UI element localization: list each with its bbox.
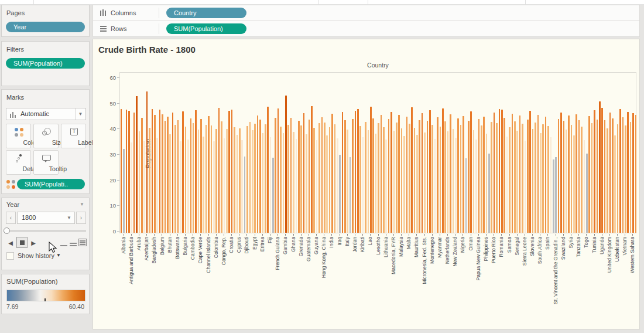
bar[interactable] [542,124,544,233]
bar[interactable] [388,119,390,233]
bar[interactable] [434,139,436,233]
bar[interactable] [632,113,634,233]
x-tick-label[interactable]: Azerbaijan [143,237,150,331]
bar[interactable] [275,118,276,233]
step-backward-button[interactable]: ◀ [6,238,15,248]
bar[interactable] [609,113,611,233]
bar[interactable] [254,124,256,233]
bar[interactable] [143,141,145,233]
bar[interactable] [385,140,387,233]
bar[interactable] [257,115,259,233]
x-tick-label[interactable]: Gambia [282,237,289,331]
bar[interactable] [141,118,143,233]
bar[interactable] [424,132,426,233]
bar[interactable] [239,128,241,233]
bar[interactable] [393,131,395,233]
bar[interactable] [347,130,348,233]
x-tick-label[interactable]: Eritrea [259,237,266,331]
bar[interactable] [481,125,482,233]
x-tick-label[interactable]: Myanmar [436,237,444,331]
bar[interactable] [324,123,326,233]
bar[interactable] [221,121,222,233]
bar[interactable] [365,122,366,233]
bar[interactable] [262,133,264,233]
bar[interactable] [635,115,637,233]
bar[interactable] [599,101,601,233]
bar[interactable] [597,120,598,233]
x-tick-label[interactable]: Uganda [598,237,606,331]
x-tick-label[interactable]: Egypt [251,237,259,331]
chevron-down-icon[interactable]: ▼ [64,212,74,223]
bar[interactable] [506,137,508,233]
bar[interactable] [156,138,158,233]
bar[interactable] [509,127,511,233]
chevron-down-icon[interactable]: ▼ [75,108,85,120]
bar[interactable] [352,119,354,233]
bar[interactable] [152,109,153,233]
bar[interactable] [622,117,624,233]
x-tick-label[interactable]: Fiji [266,237,274,331]
bar[interactable] [403,136,405,233]
bar[interactable] [133,113,135,233]
bar[interactable] [121,109,122,233]
x-tick-label[interactable]: Samoa [506,237,513,331]
x-tick-label[interactable]: Jordan [351,237,359,331]
x-tick-label[interactable]: Italy [344,237,351,331]
x-tick-label[interactable]: Ghana [290,237,297,331]
bar[interactable] [159,110,161,233]
bar[interactable] [331,114,333,233]
x-tick-label[interactable]: Lao [366,237,374,331]
stop-button[interactable] [16,237,28,248]
bar[interactable] [174,125,176,233]
x-tick-label[interactable]: Senegal [513,237,521,331]
bar[interactable] [440,127,441,233]
bar[interactable] [211,125,213,233]
bar[interactable] [177,120,179,233]
x-tick-label[interactable]: Bangladesh [150,237,158,331]
bar[interactable] [162,114,163,233]
x-tick-label[interactable]: Bulgaria [181,237,189,331]
bar[interactable] [390,112,392,233]
bar[interactable] [625,125,626,233]
x-tick-label[interactable]: India [328,237,335,331]
bar[interactable] [165,121,166,233]
bar[interactable] [406,117,408,233]
bar[interactable] [359,126,361,233]
bar[interactable] [617,124,619,233]
bar[interactable] [313,128,315,233]
bar[interactable] [287,125,289,233]
bar[interactable] [537,115,539,233]
bar[interactable] [357,109,359,233]
x-tick-label[interactable]: Philippines [482,237,490,331]
bar[interactable] [182,111,184,233]
bar[interactable] [460,125,462,233]
x-tick-label[interactable]: Hong Kong, China [320,237,328,331]
x-tick-label[interactable]: French Guiana [274,237,282,331]
bar[interactable] [252,130,254,233]
x-tick-label[interactable]: Iraq [336,237,344,331]
bar[interactable] [499,109,501,233]
tooltip-button[interactable]: Tooltip [33,150,59,175]
bar[interactable] [442,108,444,233]
speed-slow-button[interactable] [60,239,68,247]
x-tick-label[interactable]: Sierra Leone [521,237,529,331]
x-tick-label[interactable]: Vietnam [621,237,629,331]
bar[interactable] [422,113,423,233]
bar[interactable] [571,125,573,233]
bar[interactable] [375,134,377,233]
bar[interactable] [370,107,372,233]
bar[interactable] [234,127,235,233]
bar[interactable] [401,128,403,233]
bar[interactable] [588,116,590,233]
bar[interactable] [427,121,429,233]
show-history-chevron-icon[interactable]: ▼ [56,253,61,258]
x-tick-label[interactable]: Guyana [313,237,320,331]
detail-button[interactable]: Detail [6,150,31,175]
x-tick-label[interactable]: Kiribati [359,237,366,331]
x-tick-label[interactable]: Cyprus [235,237,243,331]
bar[interactable] [516,131,518,233]
bar[interactable] [591,123,593,233]
bar[interactable] [463,116,464,233]
bar[interactable] [522,124,523,233]
step-forward-button[interactable]: ▶ [29,238,38,248]
